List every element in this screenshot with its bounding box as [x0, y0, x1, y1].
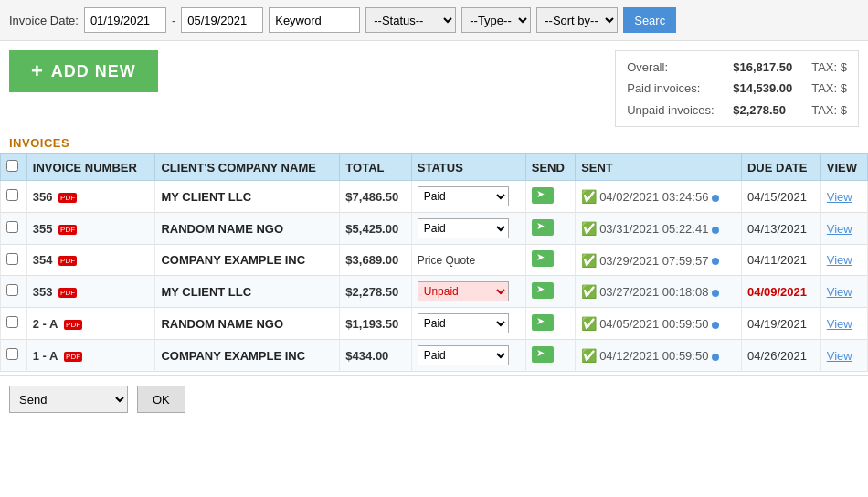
company-name: COMPANY EXAMPLE INC [161, 349, 305, 363]
summary-box: Overall: $16,817.50 TAX: $ Paid invoices… [615, 50, 859, 127]
dot-icon [712, 258, 719, 265]
send-icon[interactable] [532, 282, 554, 299]
sortby-select[interactable]: --Sort by-- [536, 7, 618, 33]
status-dropdown[interactable]: Paid Unpaid Price Quote [418, 186, 509, 206]
col-company-name: CLIENT'S COMPANY NAME [155, 154, 340, 181]
col-checkbox [1, 154, 27, 181]
check-icon: ✅ [581, 348, 597, 363]
date-to-input[interactable] [181, 7, 263, 33]
sent-datetime: ✅04/02/2021 03:24:56 [581, 190, 708, 204]
sent-datetime: ✅04/05/2021 00:59:50 [581, 317, 708, 331]
ok-button[interactable]: OK [137, 386, 185, 413]
toolbar-row: + ADD NEW Overall: $16,817.50 TAX: $ Pai… [0, 41, 868, 132]
sent-datetime: ✅03/31/2021 05:22:41 [581, 222, 708, 236]
view-link[interactable]: View [827, 349, 852, 363]
col-due-date: DUE DATE [741, 154, 820, 181]
col-invoice-number: INVOICE NUMBER [26, 154, 155, 181]
view-link[interactable]: View [827, 285, 852, 299]
add-new-button[interactable]: + ADD NEW [9, 50, 158, 92]
status-select[interactable]: --Status-- Paid Unpaid Price Quote [365, 7, 456, 33]
company-name: MY CLIENT LLC [161, 285, 251, 299]
select-all-checkbox[interactable] [6, 160, 18, 172]
status-dropdown[interactable]: Paid Unpaid Price Quote [418, 345, 509, 365]
dot-icon [712, 354, 719, 361]
pdf-icon: PDF [58, 193, 77, 203]
col-send: SEND [525, 154, 575, 181]
total-value: $7,486.50 [345, 190, 398, 204]
date-separator: - [172, 14, 175, 27]
pdf-icon: PDF [58, 256, 77, 266]
invoice-number: 353 [33, 285, 53, 299]
row-checkbox[interactable] [6, 253, 18, 265]
overall-tax: TAX: $ [811, 57, 847, 78]
col-total: TOTAL [340, 154, 411, 181]
check-icon: ✅ [581, 253, 597, 268]
overall-row: Overall: $16,817.50 TAX: $ [627, 57, 847, 78]
company-name: COMPANY EXAMPLE INC [161, 253, 305, 267]
table-row: 1 - A PDFCOMPANY EXAMPLE INC$434.00 Paid… [1, 340, 868, 372]
status-dropdown[interactable]: Paid Unpaid Price Quote [418, 313, 509, 333]
paid-label: Paid invoices: [627, 78, 727, 99]
invoice-number: 355 [33, 222, 53, 236]
view-link[interactable]: View [827, 253, 852, 267]
type-select[interactable]: --Type-- [461, 7, 531, 33]
invoice-number: 2 - A [33, 317, 58, 331]
dot-icon [712, 195, 719, 202]
sent-datetime: ✅03/27/2021 00:18:08 [581, 285, 708, 299]
unpaid-row: Unpaid invoices: $2,278.50 TAX: $ [627, 100, 847, 121]
col-view: VIEW [820, 154, 867, 181]
pdf-icon: PDF [64, 352, 82, 362]
invoice-table: INVOICE NUMBER CLIENT'S COMPANY NAME TOT… [0, 153, 868, 372]
invoice-number: 1 - A [33, 349, 58, 363]
total-value: $1,193.50 [345, 317, 398, 331]
pdf-icon: PDF [58, 225, 77, 235]
table-row: 2 - A PDFRANDOM NAME NGO$1,193.50 Paid U… [1, 308, 868, 340]
unpaid-value: $2,278.50 [733, 100, 806, 121]
total-value: $5,425.00 [345, 222, 398, 236]
dot-icon [712, 227, 719, 234]
send-icon[interactable] [532, 314, 554, 331]
total-value: $3,689.00 [345, 253, 398, 267]
dot-icon [712, 322, 719, 329]
due-date: 04/09/2021 [747, 285, 807, 299]
send-icon[interactable] [532, 187, 554, 204]
sent-datetime: ✅03/29/2021 07:59:57 [581, 254, 708, 268]
send-icon[interactable] [532, 346, 554, 363]
check-icon: ✅ [581, 316, 597, 331]
status-dropdown[interactable]: Paid Unpaid Price Quote [418, 281, 509, 301]
due-date: 04/11/2021 [747, 253, 807, 267]
filter-bar: Invoice Date: - --Status-- Paid Unpaid P… [0, 0, 868, 41]
check-icon: ✅ [581, 284, 597, 299]
col-status: STATUS [411, 154, 525, 181]
unpaid-tax: TAX: $ [811, 100, 847, 121]
company-name: RANDOM NAME NGO [161, 222, 283, 236]
company-name: MY CLIENT LLC [161, 190, 251, 204]
row-checkbox[interactable] [6, 221, 18, 233]
bulk-action-select[interactable]: Send Delete Mark Paid Mark Unpaid [9, 386, 128, 413]
date-from-input[interactable] [84, 7, 166, 33]
add-new-label: ADD NEW [51, 62, 136, 81]
table-row: 354 PDFCOMPANY EXAMPLE INC$3,689.00Price… [1, 245, 868, 276]
company-name: RANDOM NAME NGO [161, 317, 283, 331]
row-checkbox[interactable] [6, 316, 18, 328]
table-header-row: INVOICE NUMBER CLIENT'S COMPANY NAME TOT… [1, 154, 868, 181]
keyword-input[interactable] [269, 7, 360, 33]
row-checkbox[interactable] [6, 189, 18, 201]
due-date: 04/19/2021 [747, 317, 807, 331]
unpaid-label: Unpaid invoices: [627, 100, 727, 121]
due-date: 04/13/2021 [747, 222, 807, 236]
due-date: 04/26/2021 [747, 349, 807, 363]
send-icon[interactable] [532, 219, 554, 236]
invoice-date-label: Invoice Date: [9, 14, 79, 27]
row-checkbox[interactable] [6, 284, 18, 296]
view-link[interactable]: View [827, 317, 852, 331]
view-link[interactable]: View [827, 190, 852, 204]
view-link[interactable]: View [827, 222, 852, 236]
row-checkbox[interactable] [6, 348, 18, 360]
send-icon[interactable] [532, 250, 554, 267]
footer-row: Send Delete Mark Paid Mark Unpaid OK [0, 375, 868, 422]
table-row: 355 PDFRANDOM NAME NGO$5,425.00 Paid Unp… [1, 213, 868, 245]
status-dropdown[interactable]: Paid Unpaid Price Quote [418, 218, 509, 238]
pdf-icon: PDF [64, 320, 82, 330]
search-button[interactable]: Searc [623, 7, 676, 33]
